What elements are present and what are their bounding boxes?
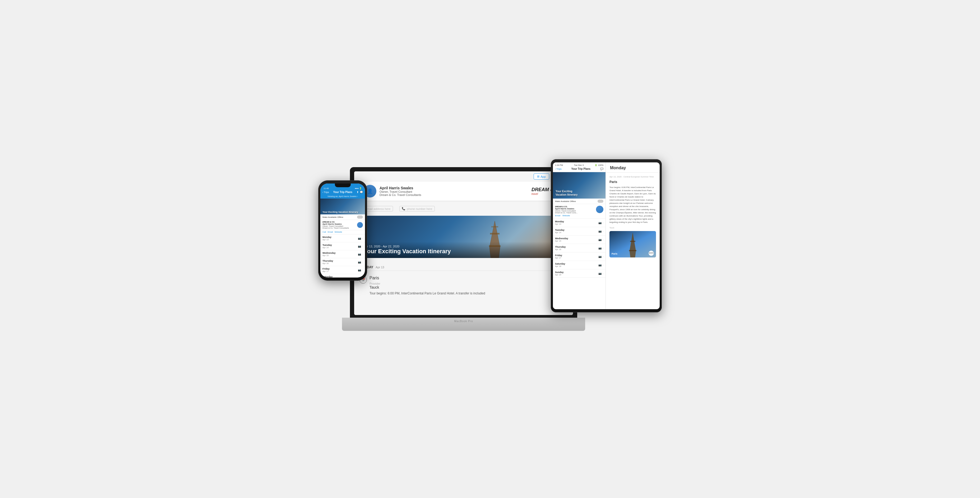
maps-button[interactable]: MAPS [649,251,654,256]
ipad-offline-bar: Make Available Offline [553,198,606,204]
iphone: 11:40 ●●● 🔋 ‹ Trips Your Trip Plans ⬆ 💬 [318,180,367,281]
ipad-day-date: Apr 14 [555,231,598,234]
chevron-right-icon: › [362,237,363,239]
day-item-content: Paris Provider Tauck Tour begins: 6:00 P… [369,276,485,296]
ipad-back-label: Trips [556,168,562,170]
iphone-website-link[interactable]: Website [335,231,342,233]
svg-rect-6 [630,241,635,242]
ipad-day-item[interactable]: Monday Apr 13 📷 › [553,219,606,227]
ipad-offline-toggle[interactable] [598,200,603,203]
ipad-left-panel: 1:24 PM Tue Dec 3 🔋 100% ‹ Trips Your Tr… [553,162,606,309]
ipad-day-item[interactable]: Saturday Apr 18 📷 › [553,261,606,269]
iphone-email-link[interactable]: Email [328,231,333,233]
day-header: MONDAY Apr 13 [360,265,568,271]
iphone-day-info: Saturday Apr 18 [323,275,358,278]
ipad-date: Tue Dec 3 [574,164,584,167]
app-button-label: App [541,175,546,178]
ipad-day-name: Monday [555,220,598,223]
message-icon[interactable]: 💬 [360,190,363,193]
iphone-offline-bar: Make Available Offline [320,214,365,220]
app-button[interactable]: ⊞ App [534,173,549,179]
iphone-back-label: Trips [324,191,329,193]
iphone-day-name: Monday [323,236,358,238]
iphone-signal: ●●● 🔋 [355,187,362,190]
iphone-hero: Your Exciting Vacation Itinerary [320,198,365,214]
ipad-chevron-right-icon: › [603,238,603,241]
ipad-day-info: Monday Apr 13 [555,220,598,225]
ipad-day-info: Tuesday Apr 14 [555,229,598,234]
hero-banner: Apr 13, 2020 - Apr 22, 2020 Your Excitin… [360,216,568,258]
ipad-right-header: Monday [606,162,660,173]
svg-rect-7 [629,250,636,251]
iphone-screen: 11:40 ●●● 🔋 ‹ Trips Your Trip Plans ⬆ 💬 [320,184,365,278]
iphone-day-date: Apr 15 [323,254,358,257]
ipad-detail-content: Apr 13, 2020 - Central European Summer T… [606,173,660,309]
agent-info: 👤 April Harris Swales Owner, Travel Cons… [364,185,421,198]
share-icon[interactable]: ⬆ [356,190,359,193]
iphone-call-link[interactable]: Call [323,231,326,233]
iphone-nav-actions: ⬆ 💬 [356,190,363,193]
ipad-day-name: Tuesday [555,229,598,231]
iphone-day-info: Tuesday Apr 14 [323,244,358,249]
ipad-hero-text: Your ExcitingVacation Itinerary [555,190,578,197]
day-date: Apr 13 [375,266,384,269]
viewing-label: Viewing as: April Harris Swales › [328,195,358,198]
provider-label: Provider [369,282,485,285]
agent-company: Dream & Co. Travel Consultants [380,193,421,197]
ipad-agent-company: Dream & Co. Travel Cons... [555,212,594,214]
ipad-day-date: Apr 19 [555,274,598,276]
iphone-day-date: Apr 14 [323,246,358,249]
maps-icon: MAPS [649,252,653,254]
ipad-website-link[interactable]: Website [562,214,570,217]
ipad-detail-city: Paris [609,179,656,184]
ipad-day-item[interactable]: Friday Apr 17 📷 › [553,252,606,261]
iphone-links: Call Email Website [320,230,365,235]
agent-name: April Harris Swales [380,186,421,190]
iphone-day-name: Saturday [323,275,358,278]
ipad-day-item[interactable]: Sunday Apr 19 📷 › [553,269,606,278]
iphone-agent-left: DREAM & CO. April Harris Swales Owner, T… [323,221,349,229]
ipad-nav-title: Your Trip Plans [571,167,591,170]
macbook-body: ⊞ App 📄 PDF 👤 Ap [350,167,577,318]
ipad-day-item[interactable]: Tuesday Apr 14 📷 › [553,227,606,236]
phone-contact[interactable]: 📞 phone number here [399,206,435,211]
camera-icon: 📷 [358,276,361,278]
ipad-message-icon[interactable]: 💬 [600,167,603,170]
ipad-right-panel: Monday Apr 13, 2020 - Central European S… [606,162,660,309]
city-name: Paris [369,276,485,281]
iphone-day-name: Tuesday [323,244,358,246]
ipad-agent-row: DREAM & CO. April Harris Swales Owner, T… [555,206,603,214]
iphone-notch [335,184,351,187]
camera-icon: 📷 [358,261,361,263]
iphone-day-info: Thursday Apr 16 [323,260,358,265]
iphone-back[interactable]: ‹ Trips [323,191,329,193]
iphone-day-item[interactable]: Saturday Apr 18 📷 › [320,274,365,278]
iphone-day-item[interactable]: Wednesday Apr 15 📷 › [320,250,365,258]
iphone-day-item[interactable]: Thursday Apr 16 📷 › [320,258,365,266]
ipad-camera-icon: 📷 [598,238,601,241]
ipad-email-link[interactable]: Email [555,214,560,217]
ipad-day-list: Monday Apr 13 📷 › Tuesday Apr 14 📷 › Wed… [553,219,606,309]
ipad-day-item[interactable]: Wednesday Apr 15 📷 › [553,236,606,244]
ipad-back[interactable]: ‹ Trips [555,168,562,170]
ipad-camera-icon: 📷 [598,230,601,233]
ipad-camera-icon: 📷 [598,221,601,224]
ipad-day-date: Apr 13 [555,223,598,225]
chevron-right-icon: › [362,261,363,263]
phone-value: phone number here [407,207,433,211]
offline-toggle[interactable] [357,216,363,219]
ipad-day-info: Sunday Apr 19 [555,271,598,276]
provider-name: Tauck [369,285,485,289]
iphone-day-item[interactable]: Friday Apr 17 📷 › [320,266,365,274]
iphone-day-info: Wednesday Apr 15 [323,252,358,257]
iphone-day-item[interactable]: Monday Apr 13 📷 › [320,235,365,243]
ipad-day-date: Apr 17 [555,257,598,259]
iphone-day-date: Apr 17 [323,270,358,273]
iphone-day-item[interactable]: Tuesday Apr 14 📷 › [320,243,365,250]
ipad-day-item[interactable]: Thursday Apr 16 📷 › [553,244,606,252]
laptop-toolbar: ⊞ App 📄 PDF [354,171,573,182]
ipad-day-date: Apr 15 [555,240,598,242]
ipad-shell: 1:24 PM Tue Dec 3 🔋 100% ‹ Trips Your Tr… [551,159,662,312]
ipad-day-name: Thursday [555,246,598,248]
chevron-right-icon: › [362,269,363,271]
